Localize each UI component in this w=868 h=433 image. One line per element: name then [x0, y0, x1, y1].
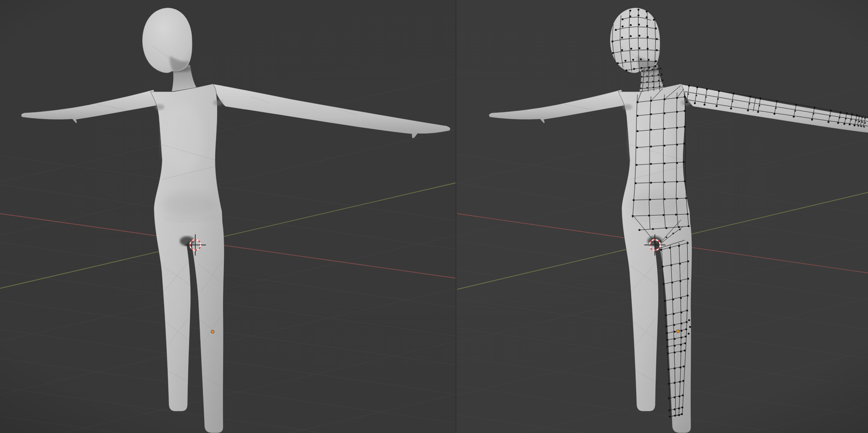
object-origin-dot[interactable]	[211, 330, 214, 333]
selected-vertex-dot[interactable]	[677, 330, 679, 333]
viewport-seam-divider	[456, 0, 457, 433]
scene-svg	[0, 0, 868, 433]
viewport-comparison	[0, 0, 868, 433]
viewport-shaded[interactable]	[0, 0, 456, 433]
viewport-wireframe[interactable]	[456, 0, 868, 433]
